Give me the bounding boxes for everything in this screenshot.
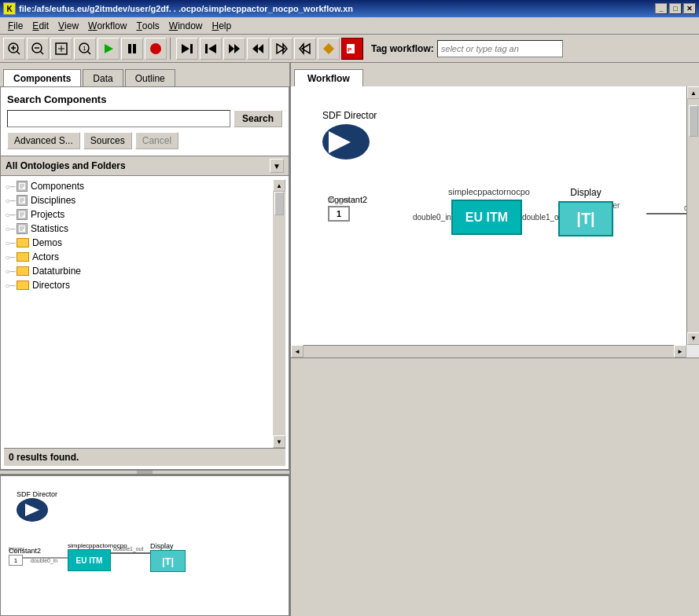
wf-scroll-right-button[interactable]: ► [674,345,686,358]
tab-components[interactable]: Components [3,69,81,86]
display-node[interactable]: Display |T| [558,187,613,236]
wf-scroll-left-button[interactable]: ◄ [291,345,304,358]
menu-bar: File Edit View Workflow Tools Window Hel… [0,17,699,35]
menu-edit[interactable]: Edit [28,18,53,34]
search-input[interactable] [7,110,230,127]
svg-rect-20 [205,44,208,53]
menu-tools[interactable]: Tools [131,18,164,34]
tree-scroll-track [273,215,285,435]
minimap-panel: SDF Director Constant2 1 simplecppactorn… [0,475,289,616]
tree-item-components[interactable]: ○─ Components [4,179,273,193]
folder-icon [17,266,29,276]
maximize-button[interactable]: □ [669,3,682,14]
cancel-button[interactable]: Cancel [135,132,178,149]
sdf-director-arrow [329,131,351,153]
workflow-tab[interactable]: Workflow [294,69,363,86]
mini-eu-itm-node: simplecppactornocpo EU ITM [68,542,127,571]
step-back-button[interactable] [200,38,222,60]
page-icon [17,223,28,234]
skip-forward-button[interactable] [270,38,292,60]
tag-workflow-input[interactable] [437,40,563,57]
page-icon [17,209,28,220]
tree-scroll-down-button[interactable]: ▼ [273,435,285,448]
eu-itm-node[interactable]: simplecppactornocpo double0_in EU ITM do… [413,187,565,235]
ontology-dropdown-button[interactable]: ▼ [270,159,284,173]
run-button[interactable] [97,38,120,60]
tree-item-label: Demos [32,237,62,248]
menu-workflow[interactable]: Workflow [83,18,131,34]
menu-view[interactable]: View [53,18,83,34]
mini-eu-itm-label: simplecppactornocpo [68,542,127,549]
mini-sdf-arrow [25,504,39,516]
left-panel: Components Data Outline Search Component… [0,63,291,616]
wf-scroll-down-button[interactable]: ▼ [687,332,699,345]
main-layout: Components Data Outline Search Component… [0,63,699,616]
tree-item-actors[interactable]: ○─ Actors [4,250,273,264]
eu-itm-box: EU ITM [451,200,522,235]
zoom-actual-button[interactable]: 1 [74,38,96,60]
tree-scroll-up-button[interactable]: ▲ [273,179,285,192]
eu-itm-label: simplecppactornocpo [413,187,565,196]
mini-const-label: Constant2 [9,547,41,555]
workflow-vscroll[interactable]: ▲ ▼ [686,86,699,345]
fit-button[interactable] [50,38,72,60]
tab-data[interactable]: Data [83,69,123,86]
tree-scroll-thumb[interactable] [274,192,284,215]
tree-vscroll[interactable]: ▲ ▼ [273,179,285,448]
pause-button[interactable] [121,38,143,60]
step-button[interactable] [176,38,198,60]
svg-rect-18 [190,44,193,53]
tree-item-demos[interactable]: ○─ Demos [4,236,273,250]
tag-workflow-label: Tag workflow: [371,43,434,54]
tree-item-projects[interactable]: ○─ Projects [4,207,273,222]
menu-window[interactable]: Window [164,18,208,34]
title-bar-controls: _ □ ✕ [655,3,696,14]
rewind-button[interactable] [247,38,269,60]
tab-outline[interactable]: Outline [125,69,175,86]
tree-item-label: Dataturbine [32,266,81,277]
menu-help[interactable]: Help [207,18,236,34]
tree-item-dataturbine[interactable]: ○─ Dataturbine [4,264,273,278]
tree-container: ○─ Components ○─ Disciplines [0,176,289,470]
svg-text:double0_in: double0_in [684,204,686,212]
menu-file[interactable]: File [3,18,28,34]
sdf-director-node[interactable]: SDF Director [322,110,377,160]
zoom-out-button[interactable] [27,38,49,60]
toolbar: 1 P Tag workflow: [0,35,699,63]
tree-connector: ○─ [4,267,17,276]
tree-item-statistics[interactable]: ○─ Statistics [4,222,273,236]
tree-item-label: Disciplines [31,195,75,206]
wf-scroll-thumb[interactable] [689,105,698,137]
diamond-button[interactable] [318,38,340,60]
tree-item-directors[interactable]: ○─ Directors [4,278,273,292]
sources-button[interactable]: Sources [83,132,132,149]
svg-rect-14 [128,44,131,53]
svg-point-16 [150,43,161,54]
svg-marker-29 [323,43,334,54]
search-button[interactable]: Search [234,110,282,127]
svg-text:1: 1 [83,45,86,52]
tabs-bar: Components Data Outline [0,63,289,86]
stop-button[interactable] [145,38,167,60]
minimize-button[interactable]: _ [655,3,668,14]
tag-workflow-area: Tag workflow: [371,40,563,57]
close-button[interactable]: ✕ [683,3,696,14]
advanced-search-button[interactable]: Advanced S... [7,132,80,149]
fast-forward-button[interactable] [223,38,245,60]
svg-marker-23 [258,44,263,53]
tree-item-label: Statistics [31,223,68,234]
wf-scroll-up-button[interactable]: ▲ [687,86,699,99]
search-row: Search [7,110,282,127]
tag-red-button[interactable]: P [341,38,363,60]
mini-constant2-node: Constant2 1 [9,547,41,566]
workflow-hscroll[interactable]: ◄ ► [291,345,686,358]
skip-back-button[interactable] [294,38,316,60]
tree-connector: ○─ [4,225,17,233]
mini-sdf-node: SDF Director [17,490,57,522]
constant2-node[interactable]: Constant2 trigger 1 [328,195,367,222]
mini-const-box: 1 [9,555,23,566]
tree-item-disciplines[interactable]: ○─ Disciplines [4,193,273,207]
display-label: Display [558,187,613,198]
folder-icon [17,238,29,248]
zoom-in-button[interactable] [3,38,25,60]
